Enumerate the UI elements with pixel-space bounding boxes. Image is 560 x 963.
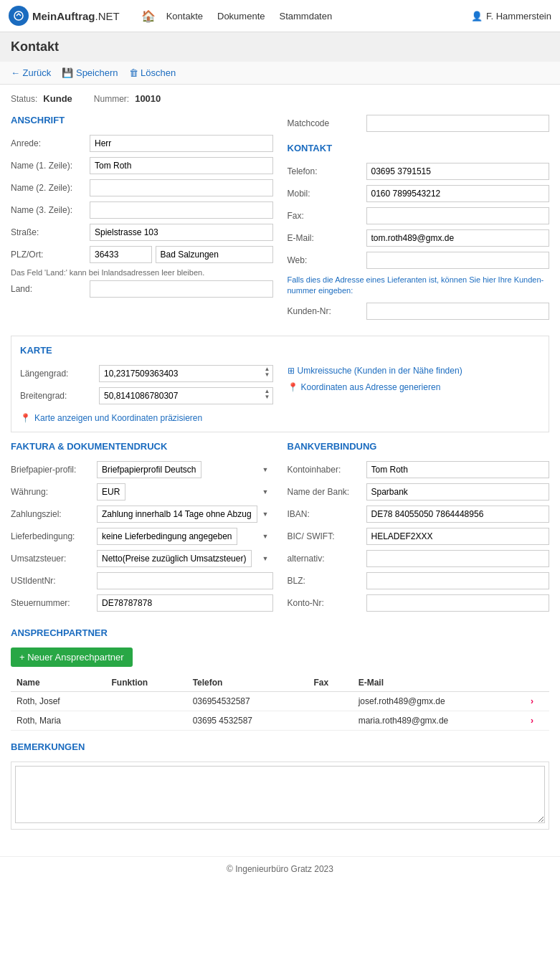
anschrift-kontakt-section: ANSCHRIFT Anrede: Name (1. Zeile): Name … bbox=[11, 115, 549, 325]
anrede-label: Anrede: bbox=[11, 138, 90, 148]
mobil-row: Mobil: bbox=[288, 185, 550, 202]
home-icon[interactable]: 🏠 bbox=[141, 9, 156, 23]
contact-detail-arrow[interactable]: › bbox=[525, 691, 549, 711]
breitengrad-down[interactable]: ▼ bbox=[263, 394, 272, 400]
koordinaten-link[interactable]: 📍Koordinaten aus Adresse generieren bbox=[288, 382, 441, 392]
bemerkungen-header: BEMERKUNGEN bbox=[11, 741, 549, 754]
table-row: Roth, Josef 036954532587 josef.roth489@g… bbox=[11, 691, 549, 711]
bank-name-label: Name der Bank: bbox=[288, 487, 366, 497]
umsatzsteuer-row: Umsatzsteuer: Netto(Preise zuzüglich Ums… bbox=[11, 550, 273, 567]
email-row: E-Mail: bbox=[288, 229, 550, 247]
kontoinhaber-input[interactable] bbox=[366, 461, 550, 478]
faktura-bank-section: FAKTURA & DOKUMENTENDRUCK Briefpapier-pr… bbox=[11, 441, 549, 617]
main-content: Status: Kunde Nummer: 10010 ANSCHRIFT An… bbox=[0, 85, 560, 849]
konto-nr-label: Konto-Nr: bbox=[288, 598, 366, 608]
briefpapier-label: Briefpapier-profil: bbox=[11, 465, 97, 475]
footer: © Ingenieurbüro Gratz 2023 bbox=[0, 856, 560, 881]
contact-email: maria.roth489@gmx.de bbox=[353, 711, 525, 730]
status-item: Status: Kunde bbox=[11, 93, 72, 104]
mobil-input[interactable] bbox=[366, 185, 550, 202]
lieferbedingung-select[interactable]: keine Lieferbedingung angegeben bbox=[97, 528, 237, 545]
col-funktion: Funktion bbox=[105, 674, 186, 692]
anrede-input[interactable] bbox=[90, 135, 273, 152]
ansprechpartner-section: ANSPRECHPARTNER + Neuer Ansprechpartner … bbox=[11, 627, 549, 731]
web-row: Web: bbox=[288, 252, 550, 269]
name1-input[interactable] bbox=[90, 157, 273, 174]
logo: MeinAuftrag.NET bbox=[9, 6, 120, 26]
umkreissuche-link[interactable]: ⊞Umkreissuche (Kunden in der Nähe finden… bbox=[288, 366, 462, 376]
zahlungsziel-select[interactable]: Zahlung innerhalb 14 Tage ohne Abzug bbox=[97, 506, 257, 523]
bic-input[interactable] bbox=[366, 528, 550, 545]
bemerkungen-textarea[interactable] bbox=[15, 766, 545, 823]
zahlungsziel-wrapper: Zahlung innerhalb 14 Tage ohne Abzug bbox=[97, 506, 273, 523]
karte-anzeigen-link[interactable]: 📍 Karte anzeigen und Koordinaten präzisi… bbox=[20, 413, 540, 423]
waehrung-row: Währung: EUR bbox=[11, 483, 273, 501]
waehrung-select[interactable]: EUR bbox=[97, 483, 125, 501]
ansprechpartner-header: ANSPRECHPARTNER bbox=[11, 627, 549, 640]
delete-button[interactable]: 🗑 Löschen bbox=[129, 67, 176, 78]
back-button[interactable]: ← Zurück bbox=[11, 67, 51, 78]
name2-row: Name (2. Zeile): bbox=[11, 179, 273, 196]
bank-name-input[interactable] bbox=[366, 483, 550, 501]
contact-name: Roth, Josef bbox=[11, 691, 105, 711]
nummer-item: Nummer: 10010 bbox=[94, 93, 161, 104]
web-input[interactable] bbox=[366, 252, 550, 269]
steuernummer-input[interactable] bbox=[97, 594, 273, 612]
matchcode-input[interactable] bbox=[366, 115, 550, 132]
strasse-input[interactable] bbox=[90, 224, 273, 241]
col-fax: Fax bbox=[308, 674, 352, 692]
matchcode-label: Matchcode bbox=[288, 118, 366, 128]
kunden-nr-input[interactable] bbox=[366, 303, 550, 320]
breitengrad-input[interactable] bbox=[99, 387, 273, 404]
blz-input[interactable] bbox=[366, 572, 550, 589]
bank-header: BANKVERBINDUNG bbox=[288, 441, 550, 454]
konto-nr-row: Konto-Nr: bbox=[288, 594, 550, 612]
briefpapier-select[interactable]: Briefpapierprofil Deutsch bbox=[97, 461, 201, 478]
land-input[interactable] bbox=[90, 280, 273, 298]
blz-label: BLZ: bbox=[288, 576, 366, 586]
ort-input[interactable] bbox=[156, 246, 273, 263]
zahlungsziel-label: Zahlungsziel: bbox=[11, 509, 97, 519]
plzort-label: PLZ/Ort: bbox=[11, 250, 90, 260]
logo-text: MeinAuftrag.NET bbox=[32, 10, 120, 22]
nav-stammdaten[interactable]: Stammdaten bbox=[279, 11, 332, 22]
zahlungsziel-row: Zahlungsziel: Zahlung innerhalb 14 Tage … bbox=[11, 506, 273, 523]
ust-ident-input[interactable] bbox=[97, 572, 273, 589]
contact-fax bbox=[308, 711, 352, 730]
breitengrad-wrapper: ▲ ▼ bbox=[99, 387, 273, 404]
laengengrad-input[interactable] bbox=[99, 365, 273, 382]
contact-detail-arrow[interactable]: › bbox=[525, 711, 549, 730]
col-email: E-Mail bbox=[353, 674, 525, 692]
plz-input[interactable] bbox=[90, 246, 152, 263]
umsatzsteuer-select[interactable]: Netto(Preise zuzüglich Umsatzsteuer) bbox=[97, 550, 252, 567]
nav-kontakte[interactable]: Kontakte bbox=[166, 11, 203, 22]
lieferbedingung-wrapper: keine Lieferbedingung angegeben bbox=[97, 528, 273, 545]
laengengrad-down[interactable]: ▼ bbox=[263, 372, 272, 378]
plzort-inputs bbox=[90, 246, 273, 263]
telefon-input[interactable] bbox=[366, 163, 550, 180]
fax-row: Fax: bbox=[288, 207, 550, 224]
name3-input[interactable] bbox=[90, 201, 273, 219]
fax-input[interactable] bbox=[366, 207, 550, 224]
new-ansprechpartner-button[interactable]: + Neuer Ansprechpartner bbox=[11, 647, 133, 667]
bic-row: BIC/ SWIFT: bbox=[288, 528, 550, 545]
col-telefon: Telefon bbox=[187, 674, 308, 692]
iban-input[interactable] bbox=[366, 506, 550, 523]
email-input[interactable] bbox=[366, 229, 550, 247]
col-action bbox=[525, 674, 549, 692]
name2-input[interactable] bbox=[90, 179, 273, 196]
lieferbedingung-row: Lieferbedingung: keine Lieferbedingung a… bbox=[11, 528, 273, 545]
nav-dokumente[interactable]: Dokumente bbox=[217, 11, 265, 22]
contact-funktion bbox=[105, 711, 186, 730]
alternativ-input[interactable] bbox=[366, 550, 550, 567]
breitengrad-row: Breitengrad: ▲ ▼ bbox=[20, 387, 273, 404]
email-label: E-Mail: bbox=[288, 233, 366, 243]
konto-nr-input[interactable] bbox=[366, 594, 550, 612]
waehrung-label: Währung: bbox=[11, 487, 97, 497]
save-button[interactable]: 💾 Speichern bbox=[62, 67, 118, 78]
telefon-row: Telefon: bbox=[288, 163, 550, 180]
status-value: Kunde bbox=[43, 93, 72, 104]
col-name: Name bbox=[11, 674, 105, 692]
alternativ-label: alternativ: bbox=[288, 554, 366, 564]
bank-name-row: Name der Bank: bbox=[288, 483, 550, 501]
